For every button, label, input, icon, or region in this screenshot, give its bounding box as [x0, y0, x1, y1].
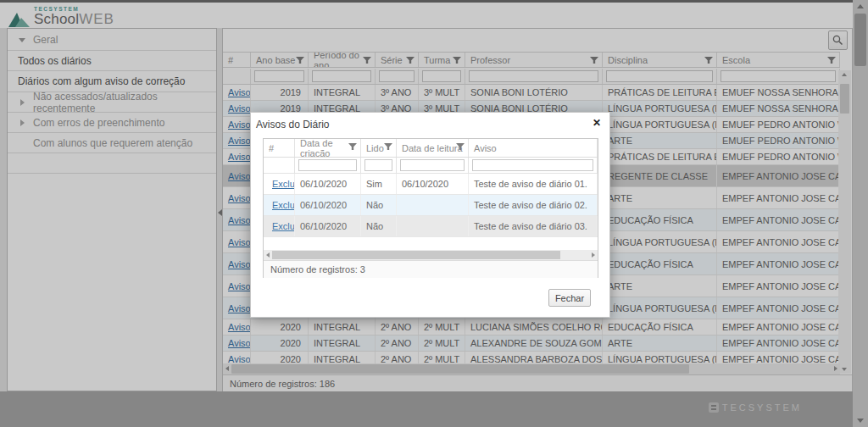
cell-lido: Sim [361, 174, 397, 194]
cell-aviso: Teste de aviso de diário 03. [469, 216, 598, 236]
scrollbar-thumb[interactable] [272, 251, 560, 259]
cell-data-leitura [397, 216, 469, 236]
filter-input-data-leitura[interactable] [400, 159, 465, 171]
cell-lido: Não [361, 216, 397, 236]
filter-cell-index [264, 158, 295, 173]
filter-cell [361, 158, 397, 173]
table-row: Excluir 06/10/2020 Não Teste de aviso de… [264, 216, 598, 237]
excluir-link[interactable]: Excluir [272, 200, 295, 210]
scroll-right-icon[interactable] [592, 252, 595, 258]
column-header-index: # [264, 139, 295, 157]
filter-cell [397, 158, 469, 173]
column-header-lido[interactable]: Lido [361, 139, 397, 157]
filter-cell [295, 158, 361, 173]
filter-input-aviso[interactable] [472, 159, 593, 171]
filter-input-data-criacao[interactable] [298, 159, 357, 171]
modal-grid-header: # Data de criação Lido Data de leitura A… [264, 139, 598, 158]
table-row: Excluir 06/10/2020 Não Teste de aviso de… [264, 195, 598, 216]
filter-icon[interactable] [348, 142, 357, 151]
cell-aviso: Teste de aviso de diário 01. [469, 174, 598, 194]
table-row: Excluir 06/10/2020 Sim 06/10/2020 Teste … [264, 174, 598, 195]
avisos-modal: Avisos do Diário ✕ # Data de criação Lid… [250, 112, 610, 318]
modal-filter-row [264, 158, 598, 174]
modal-status-bar: Número de registros: 3 [264, 260, 598, 278]
cell-data-leitura: 06/10/2020 [397, 174, 469, 194]
excluir-link[interactable]: Excluir [272, 179, 295, 189]
filter-icon[interactable] [384, 142, 392, 151]
cell-data-criacao: 06/10/2020 [295, 216, 361, 236]
column-header-data-criacao[interactable]: Data de criação [295, 139, 361, 157]
modal-grid: # Data de criação Lido Data de leitura A… [263, 138, 598, 278]
cell-data-criacao: 06/10/2020 [295, 174, 361, 194]
record-count: Número de registros: 3 [270, 264, 365, 274]
cell-data-leitura [397, 195, 469, 215]
cell-data-criacao: 06/10/2020 [295, 195, 361, 215]
filter-cell [469, 158, 598, 173]
cell-lido: Não [361, 195, 397, 215]
excluir-link[interactable]: Excluir [272, 221, 295, 231]
modal-title: Avisos do Diário [256, 119, 329, 130]
filter-input-lido[interactable] [364, 159, 392, 171]
modal-grid-body: Excluir 06/10/2020 Sim 06/10/2020 Teste … [264, 174, 598, 237]
modal-horizontal-scrollbar[interactable] [264, 250, 598, 260]
close-icon[interactable]: ✕ [593, 117, 601, 129]
fechar-button[interactable]: Fechar [548, 289, 591, 307]
scroll-left-icon[interactable] [266, 252, 270, 258]
cell-aviso: Teste de aviso de diário 02. [469, 195, 598, 215]
column-header-aviso[interactable]: Aviso [469, 139, 598, 157]
filter-icon[interactable] [456, 142, 465, 151]
column-header-data-leitura[interactable]: Data de leitura [397, 139, 469, 157]
